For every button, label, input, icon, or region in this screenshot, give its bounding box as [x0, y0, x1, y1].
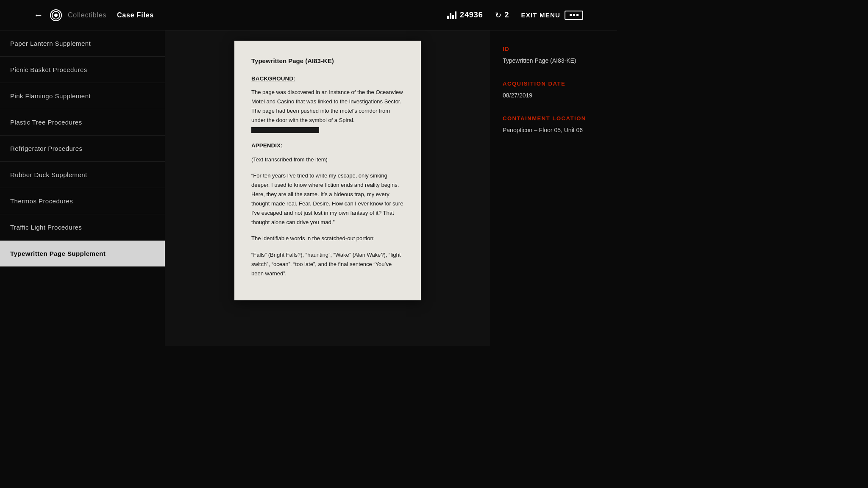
meta-acquisition-section: ACQUISITION DATE 08/27/2019	[503, 80, 604, 100]
sidebar-item-thermos-procedures[interactable]: Thermos Procedures	[0, 188, 165, 214]
lives-value: 2	[505, 11, 509, 19]
doc-background-header: BACKGROUND:	[251, 74, 404, 83]
meta-containment-section: CONTAINMENT LOCATION Panopticon – Floor …	[503, 115, 604, 135]
sidebar-list: Paper Lantern SupplementPicnic Basket Pr…	[0, 30, 165, 346]
score-block: 24936	[447, 11, 483, 19]
doc-background-text: The page was discovered in an instance o…	[251, 88, 404, 134]
meta-id-label: ID	[503, 46, 604, 52]
sidebar-item-rubber-duck-supplement[interactable]: Rubber Duck Supplement	[0, 162, 165, 188]
sidebar-item-traffic-light-procedures[interactable]: Traffic Light Procedures	[0, 214, 165, 241]
sidebar-item-pink-flamingo-supplement[interactable]: Pink Flamingo Supplement	[0, 83, 165, 109]
metadata-panel: ID Typewritten Page (AI83-KE) ACQUISITIO…	[490, 30, 617, 346]
exit-menu-button[interactable]: Exit Menu	[521, 11, 583, 20]
doc-quote-scratched: “Falls” (Bright Falls?), “haunting”, “Wa…	[251, 250, 404, 278]
meta-containment-label: CONTAINMENT LOCATION	[503, 115, 604, 122]
back-button[interactable]: ←	[34, 10, 43, 21]
bar-chart-icon	[447, 11, 456, 19]
meta-acquisition-label: ACQUISITION DATE	[503, 80, 604, 87]
meta-acquisition-value: 08/27/2019	[503, 91, 604, 100]
meta-id-section: ID Typewritten Page (AI83-KE)	[503, 46, 604, 65]
doc-quote-main: “For ten years I’ve tried to write my es…	[251, 171, 404, 227]
score-value: 24936	[460, 11, 483, 19]
document-page: Typewritten Page (AI83-KE) BACKGROUND: T…	[234, 41, 421, 300]
doc-scratched-intro: The identifiable words in the scratched-…	[251, 234, 404, 243]
doc-title: Typewritten Page (AI83-KE)	[251, 56, 404, 67]
sidebar-item-typewritten-page-supplement[interactable]: Typewritten Page Supplement	[0, 241, 165, 267]
nav-case-files[interactable]: Case Files	[117, 11, 154, 19]
doc-appendix-subheader: (Text transcribed from the item)	[251, 155, 404, 164]
sidebar-item-paper-lantern-supplement[interactable]: Paper Lantern Supplement	[0, 30, 165, 57]
document-area: Typewritten Page (AI83-KE) BACKGROUND: T…	[165, 30, 490, 346]
lives-block: ↻ 2	[495, 11, 509, 20]
lives-icon: ↻	[495, 11, 501, 20]
top-right-controls: 24936 ↻ 2 Exit Menu	[447, 11, 583, 20]
nav-collectibles[interactable]: Collectibles	[68, 11, 106, 19]
keyboard-icon	[565, 11, 583, 20]
doc-appendix-header: APPENDIX:	[251, 141, 404, 150]
sidebar-item-plastic-tree-procedures[interactable]: Plastic Tree Procedures	[0, 109, 165, 136]
main-layout: Paper Lantern SupplementPicnic Basket Pr…	[0, 30, 617, 346]
nav-separator	[111, 11, 112, 19]
sidebar-item-picnic-basket-procedures[interactable]: Picnic Basket Procedures	[0, 57, 165, 83]
meta-id-value: Typewritten Page (AI83-KE)	[503, 56, 604, 65]
score-icon	[447, 11, 456, 19]
redacted-text	[251, 127, 319, 133]
sidebar-item-refrigerator-procedures[interactable]: Refrigerator Procedures	[0, 136, 165, 162]
exit-menu-label: Exit Menu	[521, 11, 560, 19]
meta-containment-value: Panopticon – Floor 05, Unit 06	[503, 126, 604, 135]
top-navigation-bar: ← Collectibles Case Files 24936 ↻ 2 Exit…	[0, 0, 617, 30]
collectibles-icon	[50, 9, 62, 21]
